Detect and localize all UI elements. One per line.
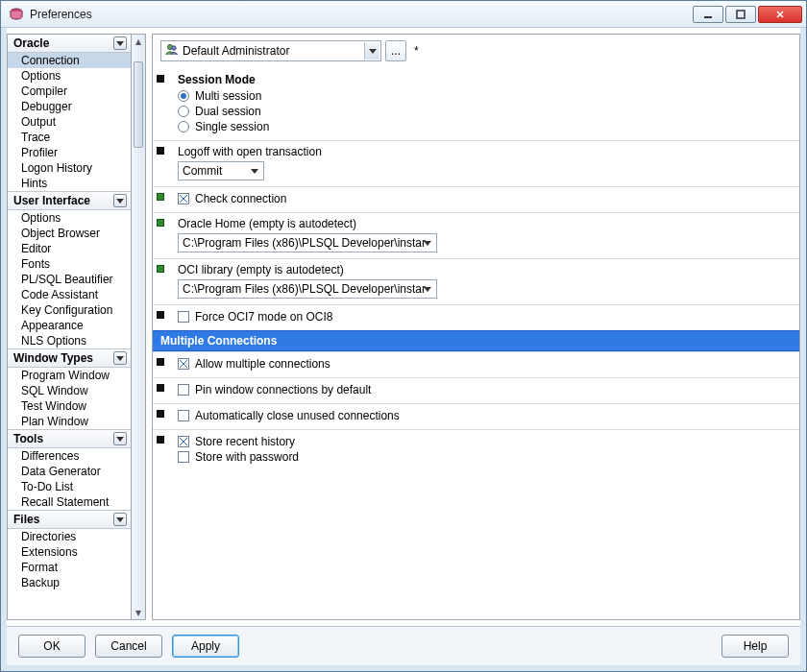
radio-single-session[interactable]	[178, 121, 189, 132]
sidebar-item-object-browser[interactable]: Object Browser	[8, 226, 131, 241]
sidebar-item-logon-history[interactable]: Logon History	[8, 160, 131, 176]
scroll-thumb[interactable]	[134, 61, 143, 148]
setting-marker	[157, 193, 164, 201]
section-head-tools[interactable]: Tools	[8, 429, 131, 448]
modified-indicator: *	[414, 44, 419, 58]
section-head-files[interactable]: Files	[8, 510, 131, 529]
sidebar-item-pl-sql-beautifier[interactable]: PL/SQL Beautifier	[8, 272, 131, 287]
logoff-label: Logoff with open transaction	[178, 145, 792, 158]
sidebar-item-hints[interactable]: Hints	[8, 176, 131, 191]
sidebar-item-fonts[interactable]: Fonts	[8, 256, 131, 272]
sidebar-item-compiler[interactable]: Compiler	[8, 84, 131, 99]
sidebar-scrollbar[interactable]: ▴ ▾	[132, 34, 146, 620]
sidebar-item-connection[interactable]: Connection	[8, 53, 131, 68]
sidebar-item-nls-options[interactable]: NLS Options	[8, 333, 131, 348]
sidebar-item-recall-statement[interactable]: Recall Statement	[8, 494, 131, 510]
setting-marker	[157, 265, 164, 273]
sidebar-item-data-generator[interactable]: Data Generator	[8, 464, 131, 479]
ok-button[interactable]: OK	[18, 635, 86, 658]
window-title: Preferences	[30, 8, 693, 21]
chevron-down-icon	[364, 42, 379, 60]
profile-browse-button[interactable]: ...	[385, 40, 406, 61]
setting-marker	[157, 436, 164, 444]
people-icon	[165, 43, 179, 60]
dialog-footer: OK Cancel Apply Help	[7, 626, 800, 665]
setting-marker	[157, 384, 164, 392]
pin-window-checkbox[interactable]	[178, 384, 189, 396]
store-password-checkbox[interactable]	[178, 451, 189, 463]
setting-marker	[157, 75, 164, 83]
help-button[interactable]: Help	[721, 635, 789, 658]
sidebar-item-options[interactable]: Options	[8, 210, 131, 226]
sidebar-item-code-assistant[interactable]: Code Assistant	[8, 287, 131, 302]
store-recent-checkbox[interactable]	[178, 436, 189, 447]
chevron-down-icon	[247, 163, 262, 179]
section-collapse-icon[interactable]	[113, 36, 127, 50]
sidebar-item-editor[interactable]: Editor	[8, 241, 131, 256]
logoff-dropdown[interactable]: Commit	[178, 161, 264, 180]
sidebar-item-program-window[interactable]: Program Window	[8, 368, 131, 383]
sidebar-item-directories[interactable]: Directories	[8, 529, 131, 544]
minimize-button[interactable]	[693, 6, 723, 23]
sidebar-item-trace[interactable]: Trace	[8, 130, 131, 145]
scroll-up-icon[interactable]: ▴	[132, 35, 145, 48]
oracle-home-label: Oracle Home (empty is autodetect)	[178, 217, 792, 230]
profile-dropdown[interactable]: Default Administrator	[160, 40, 381, 61]
svg-rect-1	[704, 16, 712, 18]
section-collapse-icon[interactable]	[113, 351, 127, 365]
maximize-button[interactable]	[725, 6, 756, 23]
sidebar-item-format[interactable]: Format	[8, 560, 131, 575]
sidebar-item-output[interactable]: Output	[8, 114, 131, 130]
sidebar-item-test-window[interactable]: Test Window	[8, 398, 131, 414]
sidebar-item-to-do-list[interactable]: To-Do List	[8, 479, 131, 494]
sidebar-item-debugger[interactable]: Debugger	[8, 99, 131, 114]
sidebar-item-plan-window[interactable]: Plan Window	[8, 414, 131, 429]
category-tree[interactable]: OracleConnectionOptionsCompilerDebuggerO…	[7, 34, 132, 620]
setting-marker	[157, 410, 164, 418]
chevron-down-icon	[420, 235, 435, 251]
profile-label: Default Administrator	[183, 44, 289, 58]
sidebar-item-key-configuration[interactable]: Key Configuration	[8, 302, 131, 318]
svg-rect-2	[737, 11, 745, 18]
sidebar-item-options[interactable]: Options	[8, 68, 131, 84]
auto-close-checkbox[interactable]	[178, 410, 189, 421]
radio-dual-session[interactable]	[178, 106, 189, 117]
cancel-button[interactable]: Cancel	[95, 635, 162, 658]
chevron-down-icon	[420, 281, 435, 297]
setting-marker	[157, 311, 164, 319]
sidebar-item-extensions[interactable]: Extensions	[8, 544, 131, 560]
multiple-connections-banner: Multiple Connections	[153, 330, 799, 351]
setting-marker	[157, 147, 164, 155]
sidebar-item-appearance[interactable]: Appearance	[8, 318, 131, 333]
close-button[interactable]	[758, 6, 802, 23]
section-head-window-types[interactable]: Window Types	[8, 348, 131, 368]
sidebar-item-backup[interactable]: Backup	[8, 575, 131, 590]
svg-point-4	[172, 45, 176, 49]
sidebar-item-profiler[interactable]: Profiler	[8, 145, 131, 160]
apply-button[interactable]: Apply	[172, 635, 239, 658]
section-collapse-icon[interactable]	[113, 432, 127, 445]
setting-marker	[157, 358, 164, 366]
sidebar-item-differences[interactable]: Differences	[8, 448, 131, 464]
section-collapse-icon[interactable]	[113, 513, 127, 526]
oci-library-label: OCI library (empty is autodetect)	[178, 263, 792, 276]
section-head-user-interface[interactable]: User Interface	[8, 191, 131, 210]
check-connection-checkbox[interactable]	[178, 193, 189, 204]
oci-library-dropdown[interactable]: C:\Program Files (x86)\PLSQL Developer\i…	[178, 279, 437, 299]
titlebar[interactable]: Preferences	[1, 1, 806, 28]
section-head-oracle[interactable]: Oracle	[8, 35, 131, 53]
force-oci7-checkbox[interactable]	[178, 311, 189, 323]
scroll-down-icon[interactable]: ▾	[132, 606, 145, 619]
preferences-window: Preferences OracleConnectionOptionsCompi…	[0, 0, 807, 672]
allow-multiple-checkbox[interactable]	[178, 358, 189, 370]
section-collapse-icon[interactable]	[113, 194, 127, 207]
radio-multi-session[interactable]	[178, 90, 189, 102]
setting-marker	[157, 219, 164, 227]
oracle-home-dropdown[interactable]: C:\Program Files (x86)\PLSQL Developer\i…	[178, 233, 437, 252]
app-icon	[9, 7, 24, 22]
settings-panel: Default Administrator ... * Session Mode…	[152, 34, 800, 620]
sidebar-item-sql-window[interactable]: SQL Window	[8, 383, 131, 398]
session-mode-title: Session Mode	[178, 73, 792, 86]
